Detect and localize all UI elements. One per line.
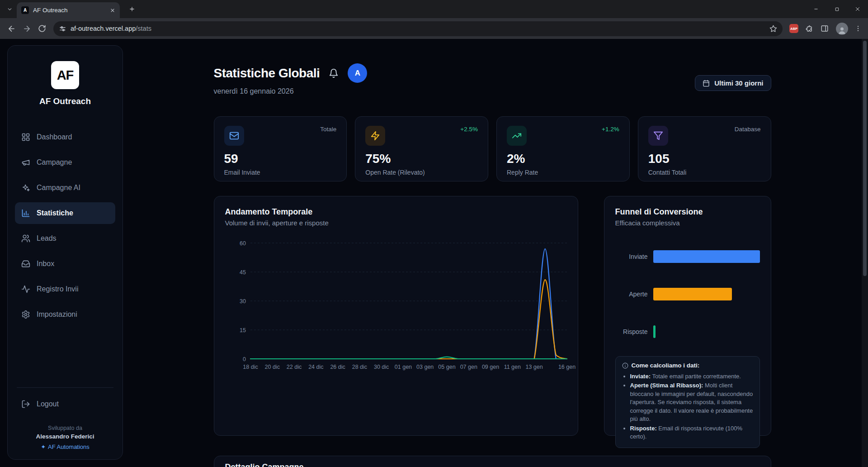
extensions-puzzle-icon[interactable] — [802, 21, 817, 36]
new-tab-button[interactable] — [123, 0, 141, 18]
svg-text:01 gen: 01 gen — [394, 364, 411, 370]
footer-brand-link[interactable]: ✦ AF Automations — [15, 443, 115, 450]
svg-text:24 dic: 24 dic — [308, 364, 323, 370]
sidebar-item-label: Dashboard — [37, 133, 72, 141]
bar-chart-icon — [21, 209, 30, 218]
forward-icon[interactable] — [19, 21, 34, 36]
svg-text:60: 60 — [240, 240, 246, 247]
svg-text:05 gen: 05 gen — [438, 364, 455, 370]
svg-text:13 gen: 13 gen — [525, 364, 542, 370]
side-panel-icon[interactable] — [817, 21, 832, 36]
series-aperte — [250, 280, 567, 359]
svg-text:03 gen: 03 gen — [416, 364, 434, 370]
sidebar-item-impostazioni[interactable]: Impostazioni — [15, 304, 115, 325]
tab-close-icon[interactable] — [110, 8, 115, 13]
sidebar-item-label: Campagne AI — [37, 184, 80, 192]
bookmark-star-icon[interactable] — [766, 22, 780, 35]
stats-grid: Totale 59 Email Inviate +2.5% 75% Open R… — [214, 116, 771, 181]
funnel-row-risposte: Risposte — [615, 325, 760, 338]
stat-card-reply-rate: +1.2% 2% Reply Rate — [496, 116, 630, 181]
url-bar[interactable]: af-outreach.vercel.app/stats — [53, 21, 783, 36]
sidebar-item-label: Campagne — [37, 158, 72, 167]
sidebar-item-campagne[interactable]: Campagne — [15, 152, 115, 173]
sidebar-item-label: Impostazioni — [37, 310, 77, 319]
sidebar-item-leads[interactable]: Leads — [15, 228, 115, 249]
funnel-row-label: Risposte — [615, 328, 653, 335]
series-risposte — [250, 357, 567, 359]
sidebar-item-label: Leads — [37, 234, 57, 243]
svg-text:11 gen: 11 gen — [504, 364, 520, 370]
sidebar-nav: Dashboard Campagne Campagne AI Statistic… — [15, 126, 115, 329]
app-name: AF Outreach — [15, 96, 115, 106]
logout-icon — [21, 400, 30, 409]
funnel-info-box: Come calcoliamo i dati: Inviate: Totale … — [615, 356, 760, 448]
sidebar-item-campagne-ai[interactable]: Campagne AI — [15, 177, 115, 199]
svg-text:28 dic: 28 dic — [352, 364, 367, 370]
funnel-card: Funnel di Conversione Efficacia compless… — [604, 196, 771, 436]
svg-text:09 gen: 09 gen — [481, 364, 499, 370]
page-header: Statistiche Globali A venerdì 16 gennaio… — [214, 61, 771, 95]
stat-label: Contatti Totali — [648, 169, 761, 176]
stat-badge: +1.2% — [602, 126, 619, 133]
stat-label: Email Inviate — [224, 169, 337, 176]
funnel-bar — [653, 288, 732, 300]
window-maximize-icon[interactable] — [826, 0, 847, 18]
trend-card-title: Andamento Temporale — [225, 207, 567, 217]
sidebar-divider — [17, 387, 113, 388]
activity-icon — [21, 285, 30, 294]
trend-chart-card: Andamento Temporale Volume di invii, ape… — [214, 196, 578, 436]
page-date: venerdì 16 gennaio 2026 — [214, 87, 368, 95]
stat-value: 75% — [365, 152, 478, 166]
sidebar-item-registro-invii[interactable]: Registro Invii — [15, 278, 115, 300]
window-controls — [806, 0, 868, 18]
zap-icon — [365, 126, 385, 146]
adblock-extension-icon[interactable]: ABP — [789, 24, 798, 33]
back-icon[interactable] — [4, 21, 19, 36]
series-inviate — [250, 249, 567, 359]
stat-card-open-rate: +2.5% 75% Open Rate (Rilevato) — [355, 116, 488, 181]
stat-value: 59 — [224, 152, 337, 166]
stat-label: Open Rate (Rilevato) — [365, 169, 478, 176]
page-viewport: AF AF Outreach Dashboard Campagne Campag… — [0, 39, 868, 467]
browser-tab[interactable]: A AF Outreach — [17, 2, 120, 18]
funnel-icon — [648, 126, 668, 146]
browser-menu-icon[interactable] — [852, 21, 864, 36]
trend-line-chart: 01530456018 dic20 dic22 dic24 dic26 dic2… — [225, 238, 567, 372]
svg-text:18 dic: 18 dic — [243, 364, 258, 370]
funnel-bar — [653, 325, 656, 338]
logout-button[interactable]: Logout — [15, 393, 115, 415]
trend-card-subtitle: Volume di invii, aperture e risposte — [225, 219, 567, 227]
user-avatar[interactable]: A — [348, 63, 367, 83]
sidebar-item-dashboard[interactable]: Dashboard — [15, 126, 115, 148]
scrollbar-thumb[interactable] — [863, 41, 867, 276]
funnel-bar — [653, 250, 760, 263]
stat-value: 2% — [507, 152, 619, 166]
date-range-button[interactable]: Ultimi 30 giorni — [695, 75, 771, 91]
window-close-icon[interactable] — [847, 0, 868, 18]
app-logo: AF — [51, 61, 79, 89]
browser-window: A AF Outreach — [0, 0, 868, 39]
sidebar-item-statistiche[interactable]: Statistiche — [15, 202, 115, 224]
profile-avatar[interactable] — [836, 23, 848, 35]
calendar-icon — [703, 80, 710, 87]
stat-card-contatti-totali: Database 105 Contatti Totali — [638, 116, 771, 181]
sidebar-item-inbox[interactable]: Inbox — [15, 253, 115, 275]
mail-icon — [224, 126, 244, 146]
reload-icon[interactable] — [34, 21, 50, 36]
stat-badge: Database — [735, 126, 761, 133]
funnel-card-subtitle: Efficacia complessiva — [615, 219, 760, 227]
svg-text:26 dic: 26 dic — [330, 364, 345, 370]
window-minimize-icon[interactable] — [806, 0, 826, 18]
footer-developed-by: Sviluppato da — [15, 425, 115, 431]
svg-text:30 dic: 30 dic — [373, 364, 388, 370]
bell-icon[interactable] — [329, 68, 339, 78]
sidebar-footer: Sviluppato da Alessandro Federici ✦ AF A… — [15, 425, 115, 450]
tab-search-chevron-icon[interactable] — [3, 0, 17, 18]
campaign-detail-card: Dettaglio Campagne — [214, 456, 771, 467]
page-title: Statistiche Globali — [214, 66, 320, 81]
logout-label: Logout — [37, 400, 59, 408]
site-settings-icon[interactable] — [59, 25, 66, 33]
svg-text:0: 0 — [243, 356, 246, 362]
site-favicon: A — [21, 6, 29, 14]
svg-text:16 gen: 16 gen — [558, 364, 575, 370]
